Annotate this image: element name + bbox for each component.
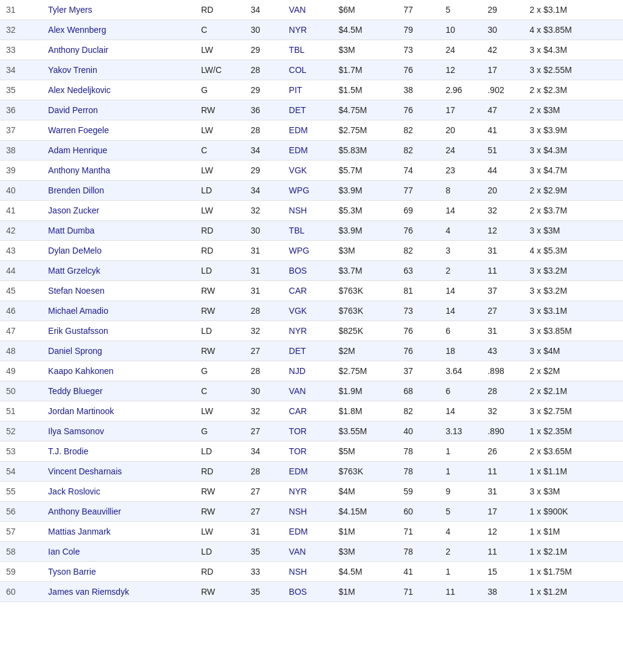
- table-row: 41Jason ZuckerLW32NSH$5.3M6914322 x $3.7…: [0, 201, 623, 221]
- table-cell: NYR: [283, 321, 333, 341]
- table-cell: 29: [245, 80, 283, 100]
- table-cell: 3 x $3.2M: [524, 281, 623, 301]
- table-cell: 17: [439, 100, 481, 120]
- table-cell: WPG: [283, 181, 333, 201]
- table-cell: Jack Roslovic: [42, 482, 195, 502]
- table-cell: Vincent Desharnais: [42, 462, 195, 482]
- table-cell: 69: [397, 201, 439, 221]
- table-cell: $2.75M: [333, 361, 398, 381]
- table-row: 51Jordan MartinookLW32CAR$1.8M8214323 x …: [0, 401, 623, 421]
- table-cell: 34: [245, 140, 283, 161]
- table-cell: 3 x $4.3M: [524, 140, 623, 161]
- table-cell: C: [195, 381, 245, 401]
- table-cell: Daniel Sprong: [42, 341, 195, 361]
- table-cell: Dylan DeMelo: [42, 241, 195, 261]
- table-cell: Matt Grzelcyk: [42, 261, 195, 281]
- table-cell: 78: [397, 542, 439, 562]
- table-cell: Jason Zucker: [42, 201, 195, 221]
- table-cell: 59: [0, 562, 42, 582]
- table-cell: 32: [245, 321, 283, 341]
- table-cell: 76: [397, 100, 439, 120]
- table-cell: 2 x $2.1M: [524, 381, 623, 401]
- table-row: 44Matt GrzelcykLD31BOS$3.7M632113 x $3.2…: [0, 261, 623, 281]
- table-cell: Anthony Mantha: [42, 161, 195, 181]
- table-cell: NYR: [283, 482, 333, 502]
- table-cell: EDM: [283, 522, 333, 542]
- table-cell: $1M: [333, 582, 398, 602]
- table-cell: CAR: [283, 401, 333, 421]
- table-row: 49Kaapo KahkonenG28NJD$2.75M373.64.8982 …: [0, 361, 623, 381]
- table-cell: 30: [245, 20, 283, 40]
- table-cell: 9: [439, 482, 481, 502]
- table-cell: David Perron: [42, 100, 195, 120]
- table-cell: TBL: [283, 221, 333, 241]
- table-cell: 81: [397, 281, 439, 301]
- table-cell: 2 x $3.7M: [524, 201, 623, 221]
- table-cell: Tyler Myers: [42, 0, 195, 20]
- table-cell: 51: [481, 140, 523, 161]
- table-cell: 68: [397, 381, 439, 401]
- table-cell: NSH: [283, 502, 333, 522]
- table-cell: Ilya Samsonov: [42, 421, 195, 442]
- table-cell: 71: [397, 582, 439, 602]
- table-cell: 28: [245, 60, 283, 80]
- table-cell: 29: [245, 40, 283, 60]
- table-cell: 14: [439, 301, 481, 321]
- table-cell: 38: [397, 80, 439, 100]
- table-cell: 63: [397, 261, 439, 281]
- table-cell: 40: [397, 421, 439, 442]
- table-row: 40Brenden DillonLD34WPG$3.9M778202 x $2.…: [0, 181, 623, 201]
- table-cell: $4.75M: [333, 100, 398, 120]
- table-cell: 31: [481, 241, 523, 261]
- table-cell: DET: [283, 100, 333, 120]
- table-cell: 2.96: [439, 80, 481, 100]
- table-cell: 41: [397, 562, 439, 582]
- table-cell: 31: [481, 321, 523, 341]
- table-cell: Kaapo Kahkonen: [42, 361, 195, 381]
- table-cell: $2.75M: [333, 120, 398, 140]
- table-cell: 82: [397, 241, 439, 261]
- table-cell: 1 x $1M: [524, 522, 623, 542]
- table-cell: 57: [0, 522, 42, 542]
- table-cell: 14: [439, 201, 481, 221]
- table-cell: 12: [439, 60, 481, 80]
- table-cell: 41: [0, 201, 42, 221]
- table-cell: 79: [397, 20, 439, 40]
- table-cell: 3 x $4.7M: [524, 161, 623, 181]
- table-cell: CAR: [283, 281, 333, 301]
- table-cell: LD: [195, 181, 245, 201]
- table-cell: 76: [397, 341, 439, 361]
- table-cell: 12: [481, 522, 523, 542]
- table-cell: 31: [245, 281, 283, 301]
- table-cell: 34: [245, 442, 283, 462]
- table-cell: $763K: [333, 301, 398, 321]
- table-row: 37Warren FoegeleLW28EDM$2.75M8220413 x $…: [0, 120, 623, 140]
- table-cell: 1: [439, 442, 481, 462]
- table-cell: LD: [195, 542, 245, 562]
- table-cell: $3.7M: [333, 261, 398, 281]
- table-cell: Tyson Barrie: [42, 562, 195, 582]
- table-cell: 52: [0, 421, 42, 442]
- table-cell: 28: [245, 361, 283, 381]
- table-cell: 3 x $3.2M: [524, 261, 623, 281]
- table-cell: WPG: [283, 241, 333, 261]
- table-cell: 2 x $2.9M: [524, 181, 623, 201]
- table-cell: 37: [397, 361, 439, 381]
- table-cell: 51: [0, 401, 42, 421]
- table-cell: Mattias Janmark: [42, 522, 195, 542]
- table-cell: Ian Cole: [42, 542, 195, 562]
- table-cell: 10: [439, 20, 481, 40]
- table-cell: 37: [481, 281, 523, 301]
- table-cell: 6: [439, 381, 481, 401]
- table-cell: 3 x $2.75M: [524, 401, 623, 421]
- table-cell: LD: [195, 261, 245, 281]
- table-cell: 31: [0, 0, 42, 20]
- table-cell: 32: [245, 201, 283, 221]
- table-cell: 3 x $3.9M: [524, 120, 623, 140]
- table-cell: 78: [397, 462, 439, 482]
- table-cell: 2 x $3M: [524, 100, 623, 120]
- table-cell: TOR: [283, 421, 333, 442]
- table-cell: $3.55M: [333, 421, 398, 442]
- table-cell: 28: [481, 381, 523, 401]
- table-cell: Anthony Duclair: [42, 40, 195, 60]
